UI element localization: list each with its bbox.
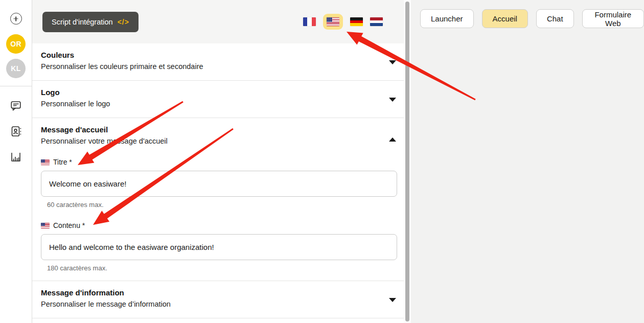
app-sidebar: OR KL: [0, 0, 32, 323]
section-couleurs[interactable]: Couleurs Personnaliser les couleurs prim…: [32, 43, 404, 81]
chat-bubble-icon[interactable]: [10, 100, 22, 112]
title-input[interactable]: [41, 171, 397, 197]
scrollbar-track[interactable]: [404, 0, 411, 323]
avatar-or[interactable]: OR: [6, 34, 26, 54]
chevron-up-icon: [389, 137, 396, 142]
section-next-partial: [32, 318, 404, 323]
tab-chat[interactable]: Chat: [536, 9, 574, 28]
integration-script-label: Script d'intégration: [52, 18, 113, 26]
title-field-label-text: Titre *: [53, 158, 72, 166]
tab-formulaire-web[interactable]: Formulaire Web: [582, 9, 644, 28]
sidebar-divider: [0, 86, 32, 86]
preview-tabs: Launcher Accueil Chat Formulaire Web: [411, 0, 644, 28]
integration-script-button[interactable]: Script d'intégration </>: [42, 12, 139, 32]
title-field-label: Titre *: [41, 158, 373, 166]
us-flag-icon: [41, 223, 50, 228]
french-flag-icon: [303, 17, 316, 26]
section-subtitle: Personnaliser le logo: [41, 99, 373, 109]
bar-chart-icon[interactable]: [10, 151, 22, 163]
preview-panel: Launcher Accueil Chat Formulaire Web: [411, 0, 644, 323]
add-button[interactable]: [10, 13, 22, 25]
us-flag-icon: [41, 159, 50, 165]
section-title: Message d'accueil: [41, 124, 373, 135]
german-flag-icon: [350, 17, 363, 26]
chevron-down-icon: [389, 60, 396, 64]
avatar-kl[interactable]: KL: [6, 59, 26, 78]
language-switcher: [303, 14, 383, 30]
code-icon: </>: [118, 18, 129, 26]
chevron-down-icon: [389, 98, 396, 102]
contacts-icon[interactable]: [10, 125, 22, 137]
section-message-accueil[interactable]: Message d'accueil Personnaliser votre me…: [32, 118, 404, 281]
language-french[interactable]: [303, 17, 316, 26]
language-dutch[interactable]: [370, 17, 383, 26]
us-flag-icon: [327, 17, 339, 26]
tab-launcher[interactable]: Launcher: [420, 9, 474, 28]
language-english-us[interactable]: [323, 14, 343, 30]
settings-panel: Script d'intégration </> Couleurs Person…: [32, 0, 404, 323]
chevron-down-icon: [389, 298, 396, 302]
tab-accueil[interactable]: Accueil: [482, 9, 528, 28]
section-title: Couleurs: [41, 50, 373, 60]
dutch-flag-icon: [370, 17, 383, 26]
section-title: Message d'information: [41, 287, 373, 298]
language-german[interactable]: [350, 17, 363, 26]
section-title: Logo: [41, 87, 373, 98]
title-helper-text: 60 caractères max.: [47, 201, 373, 209]
section-subtitle: Personnaliser les couleurs primaire et s…: [41, 61, 373, 72]
scrollbar-thumb[interactable]: [405, 2, 409, 321]
content-field-label: Contenu *: [41, 221, 373, 229]
section-subtitle: Personnaliser votre message d'accueil: [41, 136, 373, 146]
content-input[interactable]: [41, 234, 397, 260]
section-subtitle: Personnaliser le message d’information: [41, 299, 373, 309]
section-logo[interactable]: Logo Personnaliser le logo: [32, 81, 404, 118]
panel-header: Script d'intégration </>: [32, 0, 404, 43]
content-field-label-text: Contenu *: [53, 221, 85, 229]
section-message-information[interactable]: Message d'information Personnaliser le m…: [32, 281, 404, 318]
content-helper-text: 180 caractères max.: [47, 264, 373, 272]
